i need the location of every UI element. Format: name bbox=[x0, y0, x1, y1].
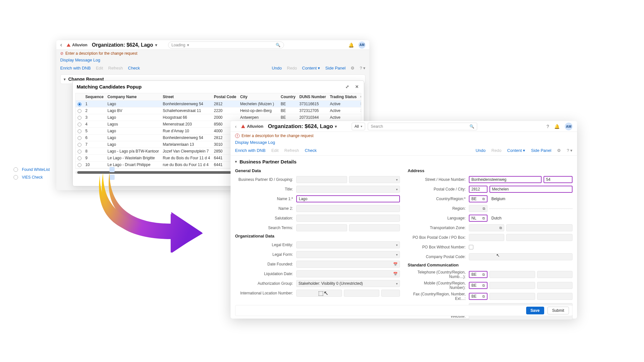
help-dropdown-icon[interactable]: ? ▾ bbox=[360, 66, 365, 70]
table-header[interactable]: Street bbox=[161, 93, 212, 101]
row-radio[interactable] bbox=[78, 109, 81, 113]
pobox-without-checkbox[interactable] bbox=[469, 245, 473, 249]
front-search-input[interactable]: Search🔍 bbox=[368, 123, 477, 130]
fax-number-input[interactable] bbox=[489, 293, 535, 300]
name1-input[interactable]: Lago bbox=[296, 195, 400, 202]
region-input[interactable] bbox=[469, 205, 488, 212]
table-row[interactable]: 1LagoBonheidensteenweg 542812Mechelen (M… bbox=[76, 101, 361, 107]
table-header[interactable]: DUNS Number bbox=[298, 93, 328, 101]
table-header[interactable]: Trading Status bbox=[328, 93, 358, 101]
table-header[interactable]: Postal Code bbox=[212, 93, 238, 101]
bp-id-input[interactable] bbox=[296, 176, 347, 183]
edit-link: Edit bbox=[96, 66, 103, 70]
legal-form-dropdown[interactable] bbox=[296, 251, 400, 258]
row-radio[interactable] bbox=[78, 116, 81, 120]
back-nav-icon[interactable]: ‹ bbox=[60, 42, 62, 48]
expand-icon[interactable]: ⤢ bbox=[344, 83, 350, 90]
save-button[interactable]: Save bbox=[526, 307, 544, 314]
back-page-title[interactable]: Organization: $624, Lago▾ bbox=[92, 42, 157, 48]
table-header[interactable] bbox=[76, 93, 83, 101]
legal-entity-dropdown[interactable] bbox=[296, 241, 400, 248]
table-row[interactable]: 2Lago BVSchaliehoevestraat 112220Heist-o… bbox=[76, 107, 361, 114]
search-term1-input[interactable] bbox=[296, 224, 347, 231]
check-link[interactable]: Check bbox=[128, 66, 140, 70]
check-link[interactable]: Check bbox=[305, 148, 317, 153]
salutation-input[interactable] bbox=[296, 215, 400, 222]
user-avatar[interactable]: AM bbox=[358, 42, 365, 49]
auth-group-dropdown[interactable]: Stakeholder: Visibility 0 (Unrestricted) bbox=[296, 280, 400, 287]
name2-input[interactable] bbox=[296, 205, 400, 212]
front-page-title[interactable]: Organization: $624, Lago▾ bbox=[268, 123, 337, 130]
iln-input-3[interactable] bbox=[381, 290, 400, 297]
iln-input-2[interactable] bbox=[344, 290, 379, 297]
tel-ext-input[interactable] bbox=[537, 271, 573, 278]
liquidation-date-input[interactable] bbox=[296, 270, 400, 277]
gear-icon[interactable]: ⚙ bbox=[557, 148, 561, 153]
fax-ext-input[interactable] bbox=[537, 293, 573, 300]
row-radio[interactable] bbox=[78, 102, 81, 106]
content-dropdown[interactable]: Content ▾ bbox=[302, 66, 320, 70]
table-header[interactable]: Company Tree Role bbox=[359, 93, 361, 101]
tzone-text-input[interactable] bbox=[506, 224, 573, 231]
bp-details-section[interactable]: ▾Business Partner Details bbox=[235, 159, 573, 164]
side-panel-link[interactable]: Side Panel bbox=[325, 66, 346, 70]
submit-button[interactable]: Submit bbox=[547, 307, 569, 314]
iln-input-1[interactable] bbox=[296, 290, 342, 297]
mob-ext-input[interactable] bbox=[537, 282, 573, 289]
grouping-dropdown[interactable] bbox=[349, 176, 400, 183]
table-header[interactable]: Country bbox=[279, 93, 298, 101]
bell-icon[interactable]: 🔔 bbox=[554, 124, 560, 129]
close-icon[interactable]: ✕ bbox=[354, 83, 360, 90]
user-avatar[interactable]: AM bbox=[565, 123, 573, 130]
label-po-pc: PO Box Postal Code / PO Box: bbox=[408, 235, 469, 240]
row-radio[interactable] bbox=[78, 156, 81, 160]
front-toolbar: Enrich with DNB Edit Refresh Check Undo … bbox=[231, 147, 577, 156]
help-dropdown-icon[interactable]: ? ▾ bbox=[567, 148, 573, 153]
undo-link[interactable]: Undo bbox=[272, 66, 282, 70]
city-input[interactable]: Mechelen bbox=[489, 186, 573, 193]
mob-country-input[interactable]: BE bbox=[469, 282, 488, 289]
radio-icon[interactable] bbox=[14, 167, 18, 172]
house-number-input[interactable]: 54 bbox=[544, 176, 573, 183]
language-code-input[interactable]: NL bbox=[469, 215, 488, 222]
filter-dropdown[interactable]: All▾ bbox=[352, 123, 365, 130]
title-dropdown[interactable] bbox=[296, 186, 400, 193]
company-pc-input[interactable] bbox=[469, 253, 573, 260]
front-display-log-link[interactable]: Display Message Log bbox=[231, 140, 577, 147]
back-warning-bar: ⊘Enter a description for the change requ… bbox=[56, 50, 369, 57]
mob-number-input[interactable] bbox=[489, 282, 535, 289]
undo-link[interactable]: Undo bbox=[476, 148, 486, 153]
tel-number-input[interactable] bbox=[489, 271, 535, 278]
street-input[interactable]: Bonheidensteenweg bbox=[469, 176, 542, 183]
help-icon[interactable]: ? bbox=[546, 124, 549, 129]
table-header[interactable]: Company Name bbox=[106, 93, 161, 101]
date-founded-input[interactable] bbox=[296, 261, 400, 268]
tzone-input[interactable] bbox=[469, 224, 504, 231]
row-radio[interactable] bbox=[78, 123, 81, 126]
pobox-input[interactable] bbox=[506, 234, 573, 241]
fax-country-input[interactable]: BE bbox=[469, 293, 488, 300]
radio-icon[interactable] bbox=[14, 175, 18, 180]
bell-icon[interactable]: 🔔 bbox=[348, 42, 354, 48]
enrich-dnb-link[interactable]: Enrich with DNB bbox=[60, 66, 91, 70]
row-radio[interactable] bbox=[78, 136, 81, 140]
search-term2-input[interactable] bbox=[349, 224, 400, 231]
gear-icon[interactable]: ⚙ bbox=[351, 66, 355, 70]
back-display-log-link[interactable]: Display Message Log bbox=[56, 57, 369, 64]
tel-country-input[interactable]: BE bbox=[469, 271, 488, 278]
row-radio[interactable] bbox=[78, 150, 81, 153]
back-nav-icon[interactable]: ‹ bbox=[235, 124, 237, 129]
table-header[interactable]: City bbox=[238, 93, 279, 101]
pobox-pc-input[interactable] bbox=[469, 234, 504, 241]
row-radio[interactable] bbox=[78, 129, 81, 133]
content-dropdown[interactable]: Content ▾ bbox=[507, 148, 525, 153]
side-panel-link[interactable]: Side Panel bbox=[531, 148, 551, 153]
table-header[interactable]: Sequence bbox=[83, 93, 106, 101]
postal-code-input[interactable]: 2812 bbox=[469, 186, 488, 193]
row-radio[interactable] bbox=[78, 143, 81, 147]
back-search-input[interactable]: Loading▾🔍 bbox=[168, 42, 284, 49]
table-cell: Lagos bbox=[106, 121, 161, 128]
country-code-input[interactable]: BE bbox=[469, 195, 488, 202]
table-row[interactable]: 3LagoHoogstraat 662000AntwerpenBE2073103… bbox=[76, 114, 361, 121]
enrich-dnb-link[interactable]: Enrich with DNB bbox=[235, 148, 266, 153]
